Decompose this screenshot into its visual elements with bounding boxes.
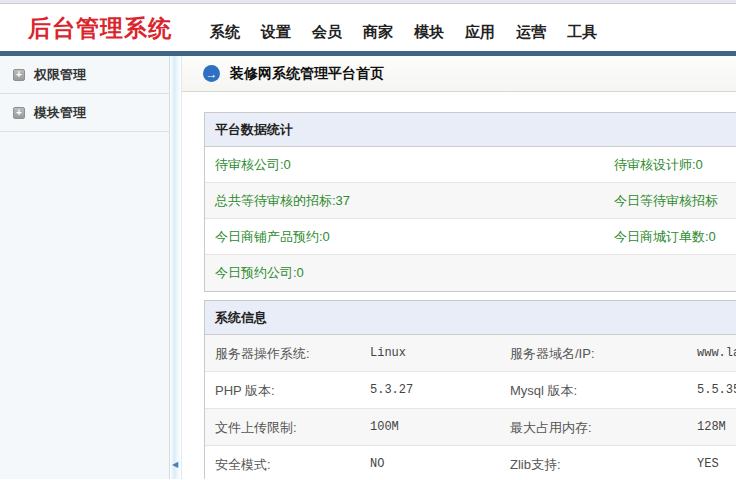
- stat-link-pending-companies[interactable]: 待审核公司:0: [215, 157, 291, 172]
- sidebar: + 权限管理 + 模块管理: [0, 56, 170, 479]
- admin-backend-page: 后台管理系统 系统 设置 会员 商家 模块 应用 运营 工具 + 权限管理 + …: [0, 0, 736, 480]
- stat-link-today-mall-orders[interactable]: 今日商城订单数:0: [614, 219, 716, 255]
- sys-label-php-version: PHP 版本:: [215, 383, 275, 398]
- main-nav: 系统 设置 会员 商家 模块 应用 运营 工具: [210, 23, 597, 51]
- stat-row: 今日商铺产品预约:0 今日商城订单数:0: [205, 219, 736, 255]
- expand-plus-icon[interactable]: +: [13, 69, 25, 81]
- sys-label-max-memory: 最大占用内存:: [510, 409, 592, 446]
- sys-label-mysql-version: Mysql 版本:: [510, 372, 577, 409]
- sys-value-safe-mode: NO: [370, 446, 384, 479]
- nav-item-system[interactable]: 系统: [210, 23, 240, 42]
- sidebar-item-label: 模块管理: [34, 104, 86, 122]
- body-layout: + 权限管理 + 模块管理 ◀ → 装修网系统管理平台首页 平台数据统计 待审核…: [0, 56, 736, 479]
- sidebar-splitter[interactable]: ◀: [170, 56, 182, 479]
- stat-link-today-booked-companies[interactable]: 今日预约公司:0: [215, 265, 304, 280]
- sidebar-item-label: 权限管理: [34, 66, 86, 84]
- stat-row: 总共等待审核的招标:37 今日等待审核招标: [205, 183, 736, 219]
- sys-value-zlib-support: YES: [697, 446, 719, 479]
- sys-value-mysql-version: 5.5.35.: [697, 372, 736, 409]
- nav-item-application[interactable]: 应用: [465, 23, 495, 42]
- sidebar-item-modules[interactable]: + 模块管理: [0, 94, 169, 132]
- sys-value-upload-limit: 100M: [370, 409, 399, 446]
- stat-link-pending-designers[interactable]: 待审核设计师:0: [614, 147, 703, 183]
- page-title: 装修网系统管理平台首页: [230, 65, 384, 83]
- nav-item-member[interactable]: 会员: [312, 23, 342, 42]
- sys-label-upload-limit: 文件上传限制:: [215, 420, 297, 435]
- system-info-row: 服务器操作系统: Linux 服务器域名/IP: www.laj: [205, 335, 736, 372]
- arrow-circle-icon: →: [203, 65, 220, 82]
- collapse-arrow-icon[interactable]: ◀: [172, 461, 178, 469]
- nav-item-settings[interactable]: 设置: [261, 23, 291, 42]
- stat-row: 今日预约公司:0: [205, 255, 736, 291]
- stats-panel-title: 平台数据统计: [205, 113, 736, 147]
- stats-panel: 平台数据统计 待审核公司:0 待审核设计师:0 总共等待审核的招标:37 今日等…: [204, 112, 736, 292]
- sys-label-server-domain-ip: 服务器域名/IP:: [510, 335, 595, 372]
- nav-item-operation[interactable]: 运营: [516, 23, 546, 42]
- system-info-panel: 系统信息 服务器操作系统: Linux 服务器域名/IP: www.laj PH…: [204, 300, 736, 479]
- stat-link-today-shop-bookings[interactable]: 今日商铺产品预约:0: [215, 229, 330, 244]
- sys-value-php-version: 5.3.27: [370, 372, 413, 409]
- brand-logo: 后台管理系统: [28, 13, 172, 44]
- page-header: → 装修网系统管理平台首页: [182, 56, 736, 92]
- app-header: 后台管理系统 系统 设置 会员 商家 模块 应用 运营 工具: [0, 4, 736, 51]
- nav-item-tools[interactable]: 工具: [567, 23, 597, 42]
- content-area: → 装修网系统管理平台首页 平台数据统计 待审核公司:0 待审核设计师:0 总共…: [182, 56, 736, 479]
- stat-row: 待审核公司:0 待审核设计师:0: [205, 147, 736, 183]
- system-info-panel-title: 系统信息: [205, 301, 736, 335]
- sys-value-server-domain-ip: www.laj: [697, 335, 736, 372]
- sys-label-zlib-support: Zlib支持:: [510, 446, 561, 479]
- sidebar-item-permissions[interactable]: + 权限管理: [0, 56, 169, 94]
- sys-value-max-memory: 128M: [697, 409, 726, 446]
- system-info-row: PHP 版本: 5.3.27 Mysql 版本: 5.5.35.: [205, 372, 736, 409]
- stat-link-today-pending-bids[interactable]: 今日等待审核招标: [614, 183, 718, 219]
- sys-label-server-os: 服务器操作系统:: [215, 346, 310, 361]
- nav-item-module[interactable]: 模块: [414, 23, 444, 42]
- sys-value-server-os: Linux: [370, 335, 406, 372]
- nav-item-merchant[interactable]: 商家: [363, 23, 393, 42]
- sys-label-safe-mode: 安全模式:: [215, 457, 271, 472]
- expand-plus-icon[interactable]: +: [13, 107, 25, 119]
- system-info-row: 文件上传限制: 100M 最大占用内存: 128M: [205, 409, 736, 446]
- system-info-row: 安全模式: NO Zlib支持: YES: [205, 446, 736, 479]
- stat-link-total-pending-bids[interactable]: 总共等待审核的招标:37: [215, 193, 350, 208]
